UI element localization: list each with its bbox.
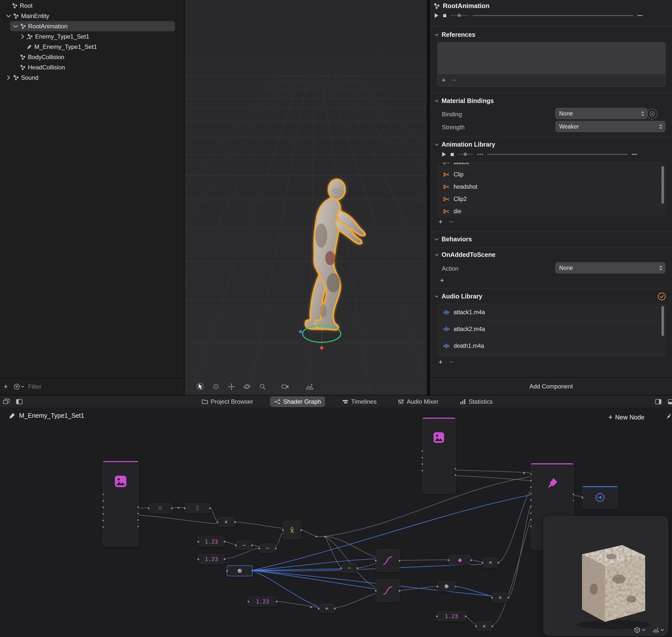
blend-slider[interactable] — [458, 154, 473, 155]
image-node[interactable] — [103, 461, 138, 547]
preview-environment-button[interactable] — [653, 627, 664, 633]
vector-node[interactable]: ◆ — [448, 555, 472, 565]
curve-remap-node[interactable] — [376, 579, 400, 602]
tab-statistics[interactable]: Statistics — [456, 397, 497, 407]
strength-dropdown[interactable]: Weaker — [555, 121, 666, 132]
average-node[interactable]: x̄ — [283, 521, 301, 539]
output-ports[interactable] — [137, 504, 139, 531]
clip-row[interactable]: Clip2 — [438, 193, 665, 205]
subtract-node[interactable]: − — [259, 544, 276, 553]
remove-audio-button[interactable]: − — [449, 358, 454, 366]
goto-binding-button[interactable] — [647, 109, 657, 119]
toggle-right-sidebar-icon[interactable] — [654, 398, 662, 405]
preview-shape-button[interactable] — [634, 627, 645, 633]
filter-menu-button[interactable] — [14, 383, 24, 390]
constant-node[interactable]: 1.23 — [198, 536, 225, 547]
zoom-tool-button[interactable] — [258, 382, 267, 391]
tab-audio-mixer[interactable]: Audio Mixer — [394, 397, 443, 407]
scrubber-handle[interactable] — [632, 154, 637, 155]
pin-icon[interactable] — [665, 413, 672, 421]
clip-scrubber[interactable] — [487, 154, 627, 155]
tree-item-material[interactable]: M_Enemy_Type1_Set1 — [0, 42, 184, 52]
chevron-down-icon[interactable] — [6, 14, 11, 19]
clip-row[interactable]: headshot — [438, 181, 665, 193]
chevron-right-icon[interactable] — [20, 34, 25, 39]
sphere-node[interactable] — [437, 581, 456, 592]
subtract-node[interactable]: − — [236, 541, 252, 550]
surface-output-node[interactable] — [582, 486, 618, 509]
add-node[interactable]: + — [318, 604, 335, 613]
audio-row[interactable]: attack2.m4a — [438, 321, 665, 338]
section-references[interactable]: References — [430, 31, 672, 38]
blend-slider[interactable] — [450, 15, 468, 16]
tree-item-root[interactable]: Root — [0, 0, 184, 11]
viewport-3d[interactable] — [184, 0, 427, 395]
chevron-right-icon[interactable] — [6, 75, 11, 80]
add-clip-button[interactable]: + — [438, 218, 443, 226]
add-behavior-button[interactable]: + — [440, 276, 444, 285]
stop-button[interactable] — [443, 14, 446, 18]
input-ports[interactable] — [421, 448, 423, 475]
tree-item-mainentity[interactable]: MainEntity — [0, 11, 184, 21]
remove-reference-button[interactable]: − — [452, 76, 456, 84]
select-tool-button[interactable] — [196, 382, 205, 391]
binding-dropdown[interactable]: None — [555, 108, 648, 119]
play-button[interactable] — [434, 13, 439, 18]
tree-item-bodycollision[interactable]: BodyCollision — [0, 52, 184, 62]
new-node-button[interactable]: + New Node — [608, 413, 644, 421]
constant-node[interactable]: 1.23 — [198, 554, 225, 564]
section-behaviors[interactable]: Behaviors — [430, 236, 672, 243]
multiply-node[interactable]: × — [476, 621, 493, 631]
add-component-button[interactable]: Add Component — [430, 377, 672, 395]
tree-item-enemy-set[interactable]: Enemy_Type1_Set1 — [0, 31, 184, 42]
audio-file-list[interactable]: attack1.m4a attack2.m4a death1.m4a — [437, 304, 666, 356]
play-button[interactable] — [442, 152, 446, 157]
orbit-tool-button[interactable] — [243, 382, 251, 391]
remove-clip-button[interactable]: − — [449, 218, 454, 226]
toggle-bottom-panel-icon[interactable] — [668, 398, 672, 405]
section-on-added-to-scene[interactable]: OnAddedToScene — [430, 251, 672, 258]
audio-row[interactable]: death1.m4a — [438, 338, 665, 354]
tab-shader-graph[interactable]: Shader Graph — [270, 397, 325, 407]
image-node[interactable] — [422, 418, 456, 494]
audio-list-scrollbar[interactable] — [661, 306, 664, 336]
tree-item-headcollision[interactable]: HeadCollision — [0, 62, 184, 72]
tree-item-sound[interactable]: Sound — [0, 72, 184, 83]
chevron-down-icon[interactable] — [13, 24, 18, 29]
multiply-node[interactable]: × — [492, 593, 509, 603]
multiply-node[interactable]: × — [482, 558, 498, 568]
add-entity-button[interactable]: + — [1, 382, 10, 391]
more-icon[interactable] — [477, 153, 483, 156]
filter-input[interactable] — [28, 383, 104, 390]
references-list[interactable]: + − — [437, 42, 666, 87]
clip-row[interactable]: Clip — [438, 168, 665, 181]
audio-row[interactable]: attack1.m4a — [438, 304, 665, 321]
clip-row[interactable]: die — [438, 205, 665, 216]
window-stack-icon[interactable] — [2, 398, 10, 405]
selected-sphere-node[interactable] — [227, 565, 253, 576]
section-material-bindings[interactable]: Material Bindings — [430, 97, 672, 105]
subtract-node[interactable]: − — [341, 563, 357, 573]
shader-graph-canvas[interactable]: M_Enemy_Type1_Set1 + New Node — [0, 407, 672, 637]
move-tool-button[interactable] — [227, 382, 236, 391]
output-ports[interactable] — [572, 491, 574, 501]
section-audio-library[interactable]: Audio Library — [430, 293, 672, 300]
output-ports[interactable] — [454, 465, 456, 480]
environment-button[interactable] — [305, 382, 314, 391]
tree-item-rootanimation-selected[interactable]: RootAnimation — [10, 21, 175, 31]
scrubber-handle[interactable] — [637, 15, 643, 16]
capture-button[interactable] — [281, 382, 289, 391]
transform-node[interactable] — [148, 503, 172, 513]
toggle-left-sidebar-icon[interactable] — [16, 398, 23, 405]
constant-node[interactable]: 1.23 — [437, 611, 466, 621]
section-animation-library[interactable]: Animation Library — [430, 141, 672, 148]
stop-button[interactable] — [450, 152, 454, 157]
clip-list-scrollbar[interactable] — [661, 166, 664, 204]
animation-clip-list[interactable]: attack Clip headshot Clip2 die — [437, 162, 666, 216]
clip-row[interactable]: attack — [438, 162, 665, 168]
curve-remap-node[interactable] — [376, 549, 400, 572]
action-dropdown[interactable]: None — [555, 262, 666, 274]
tab-project-browser[interactable]: Project Browser — [198, 397, 257, 407]
separate-node[interactable]: ⫶⫶ — [184, 503, 210, 513]
add-reference-button[interactable]: + — [442, 76, 446, 84]
